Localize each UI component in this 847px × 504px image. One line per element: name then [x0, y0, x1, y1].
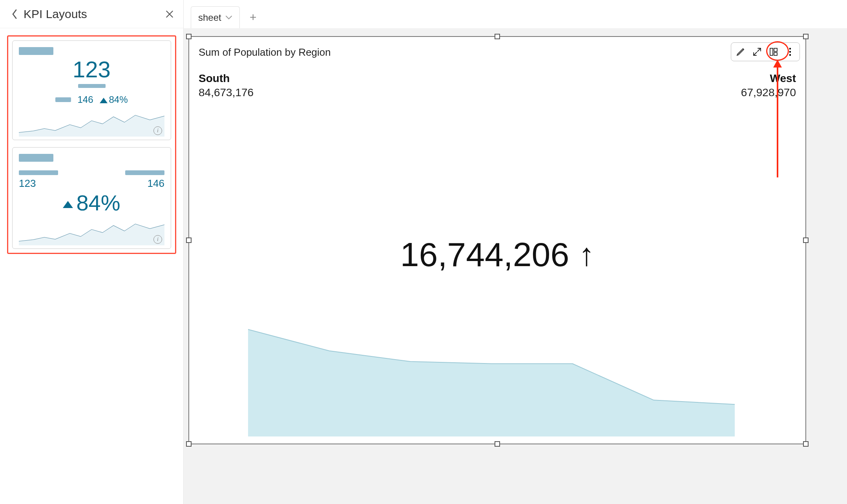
skeleton-bar [19, 170, 58, 175]
kpi-layouts-panel: KPI Layouts 123 146 84% [0, 0, 184, 504]
resize-handle[interactable] [495, 441, 500, 447]
layout1-sparkline: i [19, 109, 164, 137]
resize-handle[interactable] [803, 237, 809, 243]
chevron-down-icon[interactable] [225, 15, 232, 20]
skeleton-bar [19, 154, 53, 162]
sidebar-header: KPI Layouts [0, 0, 183, 28]
resize-handle[interactable] [803, 34, 809, 39]
kpi-layout-option-1[interactable]: 123 146 84% i [12, 40, 171, 140]
layouts-annotation-box: 123 146 84% i [7, 35, 176, 254]
more-menu-icon[interactable] [785, 46, 796, 57]
kpi-area-chart [248, 319, 735, 436]
back-chevron-icon[interactable] [12, 9, 17, 19]
kpi-primary: South 84,673,176 [199, 72, 254, 99]
sheet-tab[interactable]: sheet [191, 6, 240, 28]
svg-point-4 [789, 51, 791, 53]
skeleton-bar [78, 84, 106, 88]
resize-handle[interactable] [186, 441, 192, 447]
kpi-delta: 16,744,206 ↑ [400, 235, 594, 274]
kpi-visual[interactable]: Sum of Population by Region South 84,673… [188, 36, 806, 444]
add-sheet-button[interactable]: + [244, 6, 263, 28]
kpi-delta-value: 16,744,206 [400, 235, 569, 274]
kpi-primary-value: 84,673,176 [199, 86, 254, 99]
kpi-secondary: West 67,928,970 [741, 72, 796, 99]
info-icon[interactable]: i [153, 126, 162, 135]
edit-pencil-icon[interactable] [735, 46, 746, 57]
visual-title: Sum of Population by Region [199, 46, 331, 58]
skeleton-bar [55, 97, 71, 102]
layout-switcher-icon[interactable] [768, 46, 779, 57]
resize-handle[interactable] [186, 237, 192, 243]
svg-rect-0 [770, 48, 773, 55]
layout1-secondary-value: 146 [77, 94, 93, 105]
sheet-tabbar: sheet + [184, 0, 847, 28]
sheet-tab-label: sheet [198, 12, 221, 23]
triangle-up-icon [63, 201, 73, 208]
resize-handle[interactable] [186, 34, 192, 39]
kpi-secondary-label: West [741, 72, 796, 85]
kpi-layout-option-2[interactable]: 123 146 84% [12, 147, 171, 249]
skeleton-bar [19, 47, 53, 55]
info-icon[interactable]: i [153, 235, 162, 244]
kpi-primary-label: South [199, 72, 254, 85]
canvas-area: sheet + Sum of Population by Region Sout… [184, 0, 847, 504]
svg-point-3 [789, 48, 791, 49]
layout2-right-value: 146 [148, 177, 164, 190]
layout2-sparkline: i [19, 218, 164, 245]
layout2-left-value: 123 [19, 177, 58, 190]
visual-toolbar [731, 42, 800, 61]
layout1-delta: 84% [100, 94, 128, 105]
layout2-delta: 84% [19, 192, 164, 214]
resize-handle[interactable] [803, 441, 809, 447]
expand-icon[interactable] [752, 46, 763, 57]
triangle-up-icon [100, 98, 108, 103]
resize-handle[interactable] [495, 34, 500, 39]
skeleton-bar [125, 170, 164, 175]
sidebar-title: KPI Layouts [24, 7, 87, 21]
layout1-main-value: 123 [19, 58, 164, 81]
close-icon[interactable] [165, 10, 174, 18]
svg-rect-2 [774, 53, 777, 55]
arrow-up-icon: ↑ [579, 239, 594, 270]
kpi-secondary-value: 67,928,970 [741, 86, 796, 99]
svg-rect-1 [774, 48, 777, 51]
svg-point-5 [789, 54, 791, 56]
